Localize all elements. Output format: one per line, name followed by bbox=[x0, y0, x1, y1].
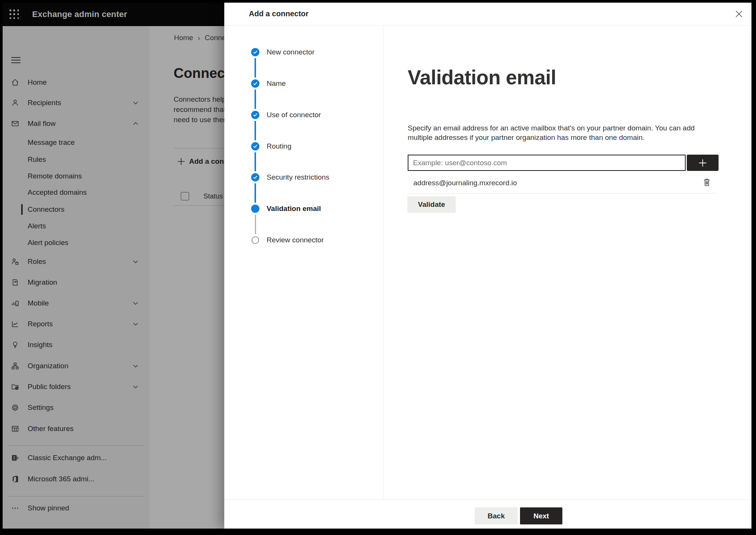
close-icon bbox=[735, 10, 743, 18]
add-connector-panel: Add a connector New connector Name Use o… bbox=[224, 3, 751, 529]
step-complete-icon bbox=[251, 111, 259, 119]
step-description-line: multiple addresses if your partner organ… bbox=[408, 133, 644, 142]
step-connector-line bbox=[255, 121, 256, 140]
trash-icon bbox=[703, 178, 711, 187]
step-upcoming-icon bbox=[251, 236, 259, 244]
steps-content-divider bbox=[383, 26, 383, 499]
step-complete-icon bbox=[251, 142, 259, 150]
delete-address-button[interactable] bbox=[700, 176, 713, 189]
step-complete-icon bbox=[251, 48, 259, 56]
panel-title: Add a connector bbox=[249, 3, 309, 25]
address-row-divider bbox=[408, 193, 716, 194]
step-connector-line bbox=[255, 215, 256, 234]
validate-button[interactable]: Validate bbox=[407, 196, 456, 213]
back-button[interactable]: Back bbox=[475, 507, 518, 524]
email-address-input[interactable] bbox=[408, 155, 686, 171]
step-connector-line bbox=[255, 183, 256, 203]
add-address-button[interactable] bbox=[687, 155, 719, 171]
app-window: Exchange admin center Home Recipients Ma… bbox=[3, 3, 751, 529]
step-connector-line bbox=[255, 152, 256, 171]
step-connector-line bbox=[255, 90, 256, 109]
step-current-icon bbox=[251, 205, 259, 213]
step-complete-icon bbox=[251, 173, 259, 181]
step-complete-icon bbox=[251, 79, 259, 88]
close-button[interactable] bbox=[733, 8, 745, 20]
footer-divider bbox=[224, 499, 751, 499]
plus-icon bbox=[697, 158, 708, 168]
step-description-line: Specify an email address for an active m… bbox=[408, 124, 695, 132]
address-list-item: address@journaling.mxrecord.io bbox=[413, 179, 517, 187]
step-heading: Validation email bbox=[408, 66, 556, 89]
panel-header: Add a connector bbox=[224, 3, 751, 26]
step-connector-line bbox=[255, 58, 256, 78]
next-button[interactable]: Next bbox=[520, 507, 562, 524]
